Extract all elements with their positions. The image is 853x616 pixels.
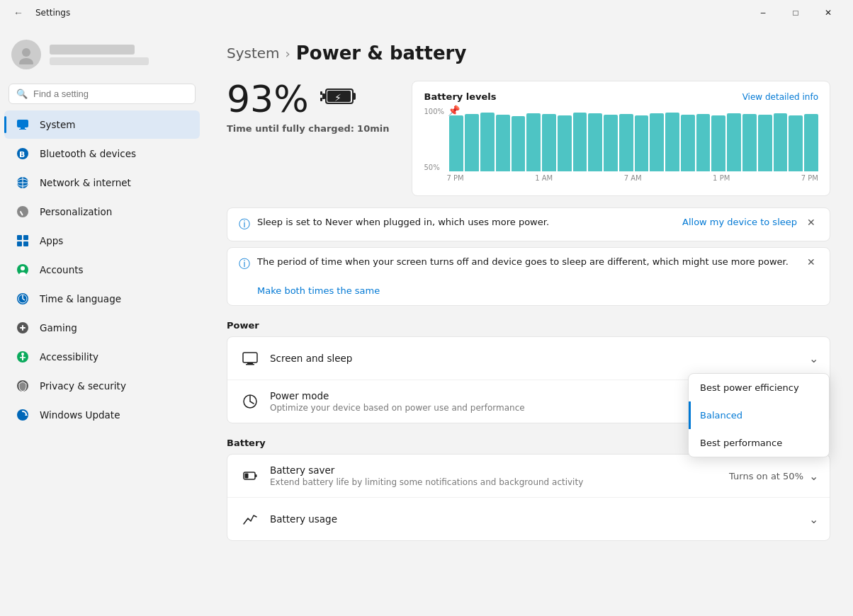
screen-sleep-right: ⌄ <box>809 352 818 365</box>
svg-rect-35 <box>320 98 322 101</box>
top-section: 93% ⚡ <box>227 81 830 196</box>
svg-point-1 <box>19 58 33 64</box>
power-mode-dropdown: Best power efficiency Balanced Best perf… <box>688 373 830 457</box>
svg-rect-13 <box>17 235 22 240</box>
view-detailed-link[interactable]: View detailed info <box>742 92 818 102</box>
y-label-50: 50% <box>424 164 444 171</box>
battery-usage-text: Battery usage <box>270 513 809 525</box>
info-icon-2: ⓘ <box>239 257 250 272</box>
svg-text:⚡: ⚡ <box>334 92 341 103</box>
app-body: 🔍 SystemBBluetooth & devicesNetwork & in… <box>0 25 853 616</box>
x-label-1pm: 1 PM <box>713 174 730 182</box>
chart-bar <box>449 115 463 171</box>
back-button[interactable]: ← <box>9 3 28 23</box>
chart-bar <box>665 113 679 171</box>
sidebar-item-time-language[interactable]: Time & language <box>4 285 200 313</box>
sidebar-item-label-apps: Apps <box>40 235 63 246</box>
sidebar: 🔍 SystemBBluetooth & devicesNetwork & in… <box>0 25 204 616</box>
make-same-link[interactable]: Make both times the same <box>257 285 380 296</box>
close-button[interactable]: ✕ <box>812 1 844 24</box>
chart-labels: 7 PM 1 AM 7 AM 1 PM 7 PM <box>424 174 818 182</box>
sidebar-item-personalization[interactable]: Personalization <box>4 198 200 226</box>
user-section <box>0 31 204 81</box>
sidebar-item-label-windows-update: Windows Update <box>40 409 120 421</box>
sidebar-item-privacy-security[interactable]: Privacy & security <box>4 372 200 400</box>
x-label-7am: 7 AM <box>624 174 642 182</box>
battery-saver-title: Battery saver <box>270 464 729 476</box>
sidebar-item-apps[interactable]: Apps <box>4 227 200 255</box>
titlebar-left: ← Settings <box>9 3 70 23</box>
svg-rect-4 <box>19 129 26 130</box>
chart-bar <box>742 114 757 171</box>
chart-bar <box>804 114 818 171</box>
power-mode-item[interactable]: Power mode Optimize your device based on… <box>227 380 830 423</box>
chart-bar <box>758 115 772 171</box>
sidebar-item-bluetooth[interactable]: BBluetooth & devices <box>4 139 200 168</box>
screen-sleep-chevron[interactable]: ⌄ <box>809 352 818 365</box>
search-input[interactable] <box>33 89 188 99</box>
battery-usage-item[interactable]: Battery usage ⌄ <box>227 498 830 540</box>
battery-saver-item[interactable]: Battery saver Extend battery life by lim… <box>227 455 830 498</box>
svg-point-11 <box>17 206 28 217</box>
svg-point-28 <box>21 353 24 355</box>
screen-sleep-text: Screen and sleep <box>270 353 809 364</box>
battery-saver-right: Turns on at 50% ⌄ <box>729 469 818 483</box>
avatar <box>11 40 41 69</box>
chart-bar <box>542 114 556 171</box>
sidebar-item-windows-update[interactable]: Windows Update <box>4 401 200 429</box>
chart-bar <box>512 116 526 171</box>
sleep-notif-text: Sleep is set to Never when plugged in, w… <box>257 217 675 227</box>
minimize-button[interactable]: – <box>747 1 779 24</box>
dropdown-item-efficiency[interactable]: Best power efficiency <box>689 374 829 401</box>
x-label-7pm-2: 7 PM <box>801 174 818 182</box>
x-label-7pm-1: 7 PM <box>446 174 463 182</box>
x-label-1am: 1 AM <box>535 174 553 182</box>
battery-usage-chevron[interactable]: ⌄ <box>809 513 818 526</box>
sidebar-item-label-network: Network & internet <box>40 177 131 188</box>
battery-saver-chevron[interactable]: ⌄ <box>809 469 818 483</box>
screen-notif-close[interactable]: ✕ <box>804 256 818 268</box>
svg-rect-26 <box>22 325 23 331</box>
power-settings-group: Screen and sleep ⌄ Power mode Optimize y… <box>227 336 830 423</box>
maximize-button[interactable]: □ <box>779 1 812 24</box>
sidebar-item-gaming[interactable]: Gaming <box>4 314 200 342</box>
privacy-security-icon <box>16 379 30 393</box>
user-email <box>50 57 149 65</box>
dropdown-item-balanced[interactable]: Balanced <box>689 401 829 429</box>
sleep-notif-close[interactable]: ✕ <box>804 217 818 228</box>
network-icon <box>16 176 30 190</box>
sidebar-item-label-accounts: Accounts <box>40 264 84 275</box>
sidebar-item-network[interactable]: Network & internet <box>4 169 200 197</box>
battery-saver-icon <box>239 464 261 487</box>
battery-usage-right: ⌄ <box>809 513 818 526</box>
chart-bar <box>588 113 602 171</box>
chart-bar <box>635 115 649 171</box>
chart-bar <box>496 115 510 171</box>
sleep-notification: ⓘ Sleep is set to Never when plugged in,… <box>227 207 830 241</box>
svg-rect-43 <box>246 364 254 365</box>
chart-bar <box>604 115 618 171</box>
svg-rect-47 <box>245 474 249 479</box>
sidebar-item-accounts[interactable]: Accounts <box>4 256 200 284</box>
battery-icon: ⚡ <box>320 86 357 113</box>
battery-saver-value: Turns on at 50% <box>729 471 803 481</box>
chart-title: Battery levels <box>424 91 496 102</box>
svg-rect-2 <box>17 120 28 127</box>
search-box[interactable]: 🔍 <box>9 84 196 104</box>
apps-icon <box>16 234 30 248</box>
svg-rect-3 <box>21 127 25 129</box>
allow-sleep-link[interactable]: Allow my device to sleep <box>682 217 797 227</box>
chart-bar <box>727 113 741 171</box>
chart-bar <box>696 114 711 171</box>
svg-rect-15 <box>17 241 22 246</box>
dropdown-item-performance[interactable]: Best performance <box>689 429 829 457</box>
breadcrumb-system[interactable]: System <box>227 45 280 62</box>
nav-list: SystemBBluetooth & devicesNetwork & inte… <box>0 110 204 430</box>
sidebar-item-accessibility[interactable]: Accessibility <box>4 343 200 371</box>
info-icon: ⓘ <box>239 217 250 232</box>
svg-point-0 <box>22 48 30 57</box>
chart-bar <box>681 115 695 171</box>
svg-text:B: B <box>19 150 25 159</box>
sidebar-item-system[interactable]: System <box>4 110 200 139</box>
sidebar-item-label-privacy-security: Privacy & security <box>40 380 126 392</box>
